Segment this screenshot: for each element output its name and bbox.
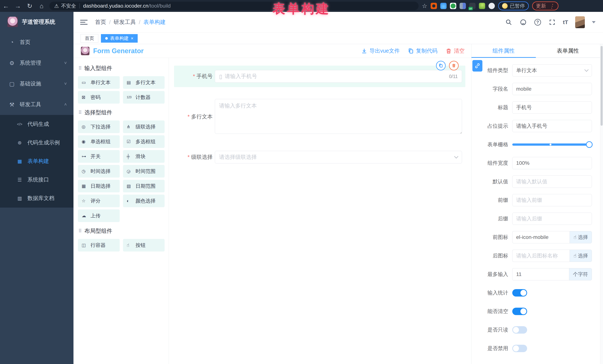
hamburger-icon[interactable] xyxy=(80,19,88,26)
extension-icon[interactable] xyxy=(431,3,437,9)
palette-item-password[interactable]: ⊠密码 xyxy=(78,91,120,104)
download-icon xyxy=(361,48,367,54)
url-path: /tool/build xyxy=(149,3,171,9)
cascader-select[interactable]: 请选择级联选择 xyxy=(215,151,462,164)
extensions-puzzle-icon[interactable] xyxy=(488,3,495,9)
palette-item-button[interactable]: ☝按钮 xyxy=(123,239,165,252)
extension-icon[interactable] xyxy=(440,3,447,9)
palette-item-select[interactable]: ◎下拉选择 xyxy=(78,121,120,133)
choose-prefix-icon-button[interactable]: ☝ 选择 xyxy=(570,231,592,243)
drag-icon: ⠿ xyxy=(78,66,82,71)
tab-component-props[interactable]: 组件属性 xyxy=(471,44,536,57)
window-scrollbar[interactable] xyxy=(600,44,603,364)
extension-icon[interactable]: on xyxy=(469,3,475,9)
suffix-icon-input[interactable] xyxy=(512,250,570,262)
search-icon[interactable] xyxy=(505,19,512,26)
app-logo-row[interactable]: 芋道管理系统 xyxy=(0,12,73,32)
palette-item-cascader[interactable]: ⋔级联选择 xyxy=(123,121,165,133)
breadcrumb-home[interactable]: 首页 xyxy=(95,18,106,26)
duplicate-field-button[interactable] xyxy=(436,61,446,70)
scrollbar-thumb[interactable] xyxy=(601,46,603,126)
help-icon[interactable]: ? xyxy=(534,19,541,26)
copy-code-button[interactable]: 复制代码 xyxy=(408,47,438,55)
title-input[interactable] xyxy=(512,101,592,114)
sidebar-item-infrastructure[interactable]: ▢ 基础设施 ˅ xyxy=(0,73,73,94)
sidebar-item-code-gen[interactable]: </> 代码生成 xyxy=(0,115,73,133)
clearable-toggle[interactable] xyxy=(512,308,527,315)
form-canvas[interactable]: 手机号 ▯ 请输入手机号 0/11 多行文本 级联选择 xyxy=(169,58,471,364)
placeholder-input[interactable] xyxy=(512,120,592,132)
palette-item-slider[interactable]: ╪滑块 xyxy=(123,150,165,163)
delete-field-button[interactable] xyxy=(449,61,459,70)
palette-item-row-container[interactable]: ◫行容器 xyxy=(78,239,120,252)
grid-slider[interactable] xyxy=(512,143,592,146)
sidebar-item-db-docs[interactable]: ▥ 数据库文档 xyxy=(0,189,73,208)
prop-suffix-icon: 后图标 ☝ 选择 xyxy=(477,246,592,265)
sidebar-item-form-builder[interactable]: ▦ 表单构建 xyxy=(0,152,73,170)
palette-item-time-picker[interactable]: ◷时间选择 xyxy=(78,165,120,177)
breadcrumb-devtools[interactable]: 研发工具 xyxy=(114,18,136,26)
font-size-icon[interactable]: tT xyxy=(563,19,568,25)
reload-icon[interactable]: ↻ xyxy=(24,2,36,10)
readonly-toggle[interactable] xyxy=(512,326,527,334)
palette-item-single-text[interactable]: ▭单行文本 xyxy=(78,76,120,89)
user-avatar[interactable] xyxy=(575,16,585,28)
tab-form-props[interactable]: 表单属性 xyxy=(536,44,600,57)
component-type-select[interactable]: 单行文本 xyxy=(512,64,592,77)
tag-form-builder[interactable]: 表单构建 × xyxy=(101,34,138,43)
palette-item-date-picker[interactable]: ▦日期选择 xyxy=(78,180,120,192)
palette-item-textarea[interactable]: ▤多行文本 xyxy=(123,76,165,89)
back-icon[interactable]: ← xyxy=(0,2,12,10)
app-header: 首页 / 研发工具 / 表单构建 ? tT xyxy=(73,12,603,33)
prefix-icon-input[interactable] xyxy=(512,231,570,243)
caret-down-icon[interactable] xyxy=(592,21,596,25)
disabled-toggle[interactable] xyxy=(512,345,527,352)
palette-item-rate[interactable]: ☆评分 xyxy=(78,195,120,207)
link-toggle-button[interactable] xyxy=(472,60,482,72)
home-icon[interactable]: ⌂ xyxy=(36,2,47,10)
palette-item-counter[interactable]: 123计数器 xyxy=(123,91,165,104)
prop-disabled: 是否禁用 xyxy=(477,339,592,358)
palette-item-radio-group[interactable]: ◉单选框组 xyxy=(78,135,120,148)
mobile-input[interactable]: ▯ 请输入手机号 0/11 xyxy=(215,70,462,83)
bookmark-icon[interactable]: ☆ xyxy=(422,2,427,10)
tag-home[interactable]: 首页 xyxy=(81,34,98,43)
textarea-input[interactable] xyxy=(215,99,462,134)
palette-item-time-range[interactable]: ◶时间范围 xyxy=(123,165,165,177)
export-vue-button[interactable]: 导出vue文件 xyxy=(361,47,400,55)
canvas-field-textarea[interactable]: 多行文本 xyxy=(174,99,465,134)
canvas-field-mobile[interactable]: 手机号 ▯ 请输入手机号 0/11 xyxy=(174,66,465,87)
width-input[interactable] xyxy=(512,157,592,169)
slider-handle[interactable] xyxy=(586,141,593,148)
fullscreen-icon[interactable] xyxy=(548,19,556,26)
sidebar-item-system[interactable]: ⚙ 系统管理 ˅ xyxy=(0,53,73,73)
extension-icon[interactable] xyxy=(479,3,485,9)
extension-icon[interactable] xyxy=(450,3,456,9)
palette-item-switch[interactable]: ⊶开关 xyxy=(78,150,120,163)
security-label[interactable]: 不安全 xyxy=(61,3,76,9)
default-value-input[interactable] xyxy=(512,176,592,188)
palette-item-date-range[interactable]: ▧日期范围 xyxy=(123,180,165,192)
word-limit-toggle[interactable] xyxy=(512,289,527,297)
update-button[interactable]: 更新 ⋮ xyxy=(532,1,558,10)
close-icon[interactable]: × xyxy=(131,36,133,41)
address-bar[interactable]: ⚠ 不安全 dashboard.yudao.iocoder.cn /tool/b… xyxy=(49,2,418,10)
extension-icon[interactable] xyxy=(460,3,466,9)
palette-item-checkbox-group[interactable]: ☑多选框组 xyxy=(123,135,165,148)
field-name-input[interactable] xyxy=(512,83,592,95)
sidebar-item-system-api[interactable]: ☰ 系统接口 xyxy=(0,170,73,189)
choose-suffix-icon-button[interactable]: ☝ 选择 xyxy=(570,250,592,262)
palette-item-upload[interactable]: ☁上传 xyxy=(78,210,120,222)
prefix-input[interactable] xyxy=(512,194,592,206)
clear-button[interactable]: 清空 xyxy=(446,47,464,55)
sidebar-item-devtools[interactable]: ⚒ 研发工具 ˄ xyxy=(0,94,73,115)
suffix-input[interactable] xyxy=(512,213,592,225)
paused-badge[interactable]: 已暂停 xyxy=(498,1,529,10)
canvas-field-cascader[interactable]: 级联选择 请选择级联选择 xyxy=(174,151,465,164)
sidebar-item-code-gen-example[interactable]: ⊛ 代码生成示例 xyxy=(0,133,73,152)
palette-item-color-picker[interactable]: ◐颜色选择 xyxy=(123,195,165,207)
github-icon[interactable] xyxy=(520,19,527,26)
forward-icon[interactable]: → xyxy=(12,2,24,10)
sidebar-item-home[interactable]: ◔ 首页 xyxy=(0,32,73,53)
max-length-input[interactable] xyxy=(512,268,569,280)
